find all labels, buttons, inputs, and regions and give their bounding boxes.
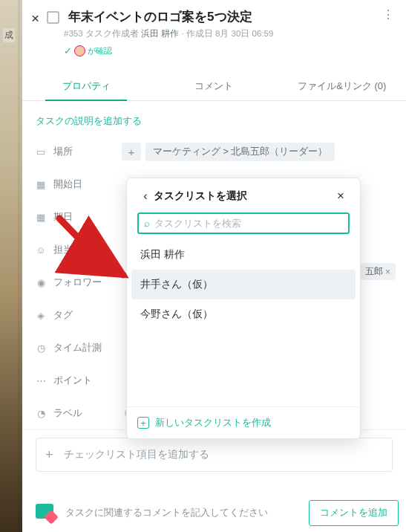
folder-icon: ▭: [36, 146, 46, 158]
panel-header: × 年末イベントのロゴ案を5つ決定 ⋮ #353 タスク作成者 浜田 耕作 · …: [22, 0, 406, 61]
popover-item[interactable]: 井手さん（仮）: [131, 270, 356, 299]
add-description-link[interactable]: タスクの説明を追加する: [36, 101, 393, 135]
time-label: タイム計測: [53, 341, 122, 354]
task-meta: #353 タスク作成者 浜田 耕作 · 作成日 8月 30日 06:59: [64, 28, 397, 39]
location-breadcrumb[interactable]: マーケティング > 北島五郎（リーダー）: [145, 143, 335, 161]
footer-bar: タスクに関連するコメントを記入してください コメントを追加: [36, 500, 399, 526]
plus-icon: +: [45, 448, 53, 461]
more-menu-icon[interactable]: ⋮: [379, 9, 397, 21]
assignee-chip-text: 五郎: [365, 265, 383, 278]
popover-spacer: [127, 332, 360, 406]
back-icon[interactable]: ‹: [137, 189, 154, 203]
checklist-placeholder: チェックリスト項目を追加する: [64, 448, 209, 461]
footer-hint: タスクに関連するコメントを記入してください: [65, 507, 301, 519]
creator-name: 浜田 耕作: [141, 29, 179, 38]
points-label: ポイント: [53, 374, 122, 387]
task-title: 年末イベントのロゴ案を5つ決定: [68, 9, 379, 25]
tab-bar: プロパティ コメント ファイル&リンク (0): [22, 71, 406, 101]
confirm-row: ✓ が確認: [64, 45, 397, 56]
due-date-label: 期日: [53, 210, 122, 224]
person-icon: ☺: [36, 244, 46, 256]
popover-list: 浜田 耕作井手さん（仮）今野さん（仮）: [127, 240, 360, 332]
popover-search[interactable]: ⌕: [137, 213, 350, 234]
tasklist-popover: ‹ タスクリストを選択 × ⌕ 浜田 耕作井手さん（仮）今野さん（仮） + 新し…: [126, 178, 361, 439]
tag-label: タグ: [53, 308, 122, 322]
assignee-chip-partial[interactable]: 五郎 ×: [360, 263, 396, 280]
search-icon: ⌕: [144, 218, 150, 229]
create-tasklist-link[interactable]: + 新しいタスクリストを作成: [127, 406, 360, 438]
add-checklist-item[interactable]: + チェックリスト項目を追加する: [36, 438, 393, 472]
add-location-button[interactable]: +: [122, 143, 141, 160]
eye-icon: ◉: [36, 277, 46, 288]
calendar-icon: ▦: [36, 212, 46, 223]
remove-chip-icon[interactable]: ×: [385, 267, 390, 277]
dots-icon: ⋯: [36, 375, 46, 386]
check-icon: ✓: [64, 45, 72, 56]
close-icon[interactable]: ×: [31, 11, 39, 26]
color-label-label: ラベル: [53, 406, 122, 420]
background-sidebar-fragment: 成: [3, 28, 15, 42]
comment-heart-icon: [36, 504, 58, 523]
tab-files[interactable]: ファイル&リンク (0): [278, 71, 406, 100]
task-number: #353: [64, 29, 83, 38]
add-comment-button[interactable]: コメントを追加: [309, 500, 399, 526]
close-icon[interactable]: ×: [332, 189, 350, 204]
popover-item[interactable]: 浜田 耕作: [131, 240, 356, 270]
complete-checkbox[interactable]: [47, 11, 59, 24]
search-input[interactable]: [154, 218, 343, 229]
location-label: 場所: [53, 145, 122, 158]
row-location: ▭ 場所 + マーケティング > 北島五郎（リーダー）: [36, 135, 393, 168]
plus-box-icon: +: [137, 417, 149, 429]
calendar-icon: ▦: [36, 179, 46, 190]
assignee-label: 担当者: [53, 243, 122, 256]
created-prefix: 作成日: [186, 29, 213, 38]
tab-properties[interactable]: プロパティ: [22, 71, 150, 100]
stopwatch-icon: ◷: [36, 343, 46, 354]
created-value: 8月 30日 06:59: [215, 29, 273, 38]
follower-label: フォロワー: [53, 276, 122, 289]
tab-comments[interactable]: コメント: [150, 71, 278, 100]
creator-prefix: タスク作成者: [85, 29, 139, 38]
confirm-label: が確認: [88, 45, 112, 56]
popover-item[interactable]: 今野さん（仮）: [131, 299, 356, 329]
create-tasklist-label: 新しいタスクリストを作成: [155, 416, 271, 429]
tag-icon: ◈: [36, 310, 46, 321]
start-date-label: 開始日: [53, 178, 122, 191]
label-icon: ◔: [36, 408, 46, 419]
avatar-icon: [74, 45, 85, 56]
popover-title: タスクリストを選択: [154, 189, 332, 203]
